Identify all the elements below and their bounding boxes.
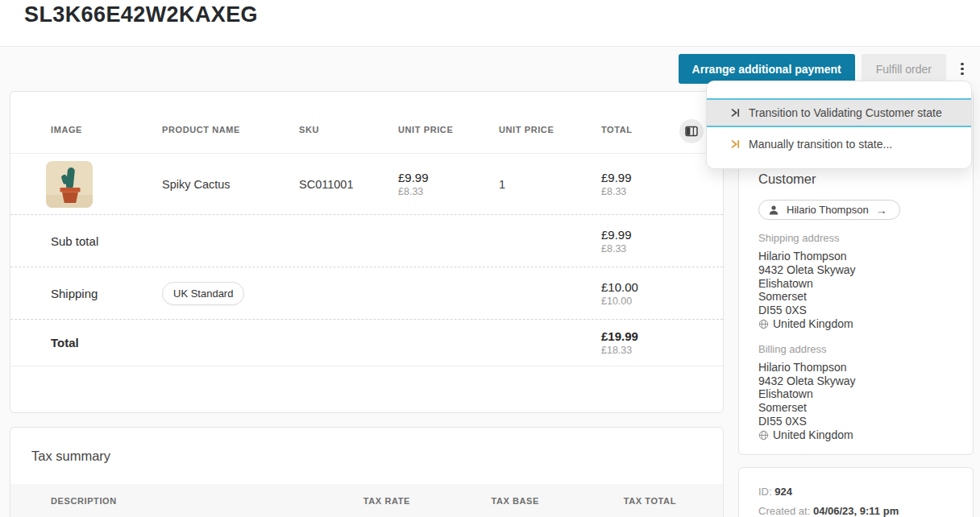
person-icon <box>768 205 779 216</box>
column-header-sku: SKU <box>299 125 398 134</box>
kebab-menu-icon[interactable] <box>953 54 972 84</box>
column-header-total: TOTAL <box>601 125 723 134</box>
column-header-unit-price: UNIT PRICE <box>398 125 499 134</box>
column-header-tax-total: TAX TOTAL <box>539 496 676 506</box>
globe-icon <box>758 430 769 440</box>
order-table-header-row: IMAGE PRODUCT NAME SKU UNIT PRICE UNIT P… <box>10 92 723 154</box>
subtotal-label: Sub total <box>51 234 162 248</box>
column-header-image: IMAGE <box>51 125 162 134</box>
order-created-value: 04/06/23, 9:11 pm <box>813 505 899 517</box>
transition-state-icon <box>729 107 741 118</box>
menu-item-label: Manually transition to state... <box>749 138 892 151</box>
order-id-value: 924 <box>774 486 792 498</box>
arrange-additional-payment-button[interactable]: Arrange additional payment <box>679 54 855 84</box>
billing-address-block: Hilario Thompson 9432 Oleta Skyway Elish… <box>758 361 953 442</box>
customer-link-pill[interactable]: Hilario Thompson → <box>758 200 900 220</box>
order-meta-card: ID: 924 Created at: 04/06/23, 9:11 pm <box>738 467 974 517</box>
page-header: SL3K66E42W2KAXEG <box>0 0 980 47</box>
transition-state-icon <box>729 139 741 150</box>
product-sku: SC011001 <box>299 178 398 191</box>
order-number-title: SL3K66E42W2KAXEG <box>24 2 258 27</box>
subtotal-amount: £9.99 £8.33 <box>601 228 723 254</box>
line-total-cell: £9.99 £8.33 <box>601 171 723 197</box>
arrow-right-icon: → <box>876 205 887 216</box>
order-detail-page: SL3K66E42W2KAXEG Arrange additional paym… <box>0 0 980 517</box>
billing-country: United Kingdom <box>758 428 953 442</box>
order-actions-toolbar: Arrange additional payment Fulfill order <box>679 54 972 84</box>
menu-item-label: Transition to Validating Customer state <box>749 106 942 119</box>
tax-table-header-row: DESCRIPTION TAX RATE TAX BASE TAX TOTAL <box>10 484 723 517</box>
total-amount: £19.99 £18.33 <box>601 329 723 356</box>
shipping-method-badge: UK Standard <box>162 282 244 305</box>
shipping-amount: £10.00 £10.00 <box>601 280 723 307</box>
line-item-row: Spiky Cactus SC011001 £9.99 £8.33 1 £9.9… <box>10 154 723 215</box>
column-header-product-name: PRODUCT NAME <box>162 125 299 134</box>
customer-name: Hilario Thompson <box>787 204 869 216</box>
state-transition-dropdown: Transition to Validating Customer state … <box>706 81 972 169</box>
subtotal-row: Sub total £9.99 £8.33 <box>10 215 723 267</box>
tax-summary-card: Tax summary DESCRIPTION TAX RATE TAX BAS… <box>10 427 724 517</box>
quantity-cell: 1 <box>499 178 601 191</box>
unit-price-cell: £9.99 £8.33 <box>398 171 499 197</box>
billing-address-label: Billing address <box>758 343 953 355</box>
fulfill-order-button[interactable]: Fulfill order <box>862 54 946 84</box>
product-name: Spiky Cactus <box>162 178 299 191</box>
columns-layout-icon <box>685 126 698 137</box>
shipping-address-label: Shipping address <box>758 232 953 244</box>
order-summary-card: IMAGE PRODUCT NAME SKU UNIT PRICE UNIT P… <box>10 91 724 413</box>
column-header-unit-price-2: UNIT PRICE <box>499 125 601 134</box>
column-settings-button[interactable] <box>679 119 704 143</box>
customer-section-title: Customer <box>758 172 953 187</box>
total-row: Total £19.99 £18.33 <box>10 320 723 366</box>
column-header-tax-base: TAX BASE <box>410 496 539 506</box>
product-thumbnail-cactus <box>46 161 93 208</box>
total-label: Total <box>51 336 162 349</box>
tax-summary-title: Tax summary <box>10 428 723 464</box>
menu-item-manually-transition[interactable]: Manually transition to state... <box>707 127 971 162</box>
shipping-country: United Kingdom <box>758 317 953 331</box>
shipping-address-block: Hilario Thompson 9432 Oleta Skyway Elish… <box>758 250 953 331</box>
shipping-row: Shipping UK Standard £10.00 £10.00 <box>10 267 723 320</box>
column-header-description: DESCRIPTION <box>51 496 289 506</box>
globe-icon <box>758 319 769 329</box>
order-id-row: ID: 924 <box>758 486 953 498</box>
shipping-label: Shipping <box>51 287 162 300</box>
order-created-row: Created at: 04/06/23, 9:11 pm <box>758 505 953 517</box>
menu-item-transition-validating-customer[interactable]: Transition to Validating Customer state <box>707 98 971 127</box>
column-header-tax-rate: TAX RATE <box>289 496 410 506</box>
